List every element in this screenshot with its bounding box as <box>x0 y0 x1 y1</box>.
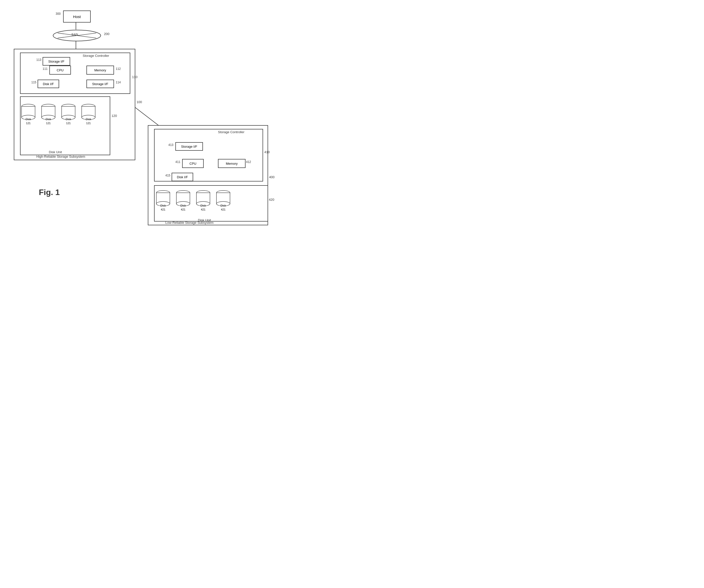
storage-if-top-high-ref: 113 <box>36 58 41 62</box>
disk-high-4-label: Disk <box>86 118 91 121</box>
disk-unit-high-ref: 120 <box>112 114 117 118</box>
memory-low: Memory <box>218 159 245 168</box>
disk-if-high-ref: 115 <box>31 81 36 84</box>
storage-if-bottom-high: Storage I/F <box>86 80 114 88</box>
disk-svg-l2 <box>176 190 190 206</box>
cpu-low: CPU <box>182 159 204 168</box>
storage-if-top-high-label: Storage I/F <box>48 60 64 63</box>
disk-unit-low-ref: 420 <box>269 198 274 201</box>
disk-svg-l1 <box>156 190 170 206</box>
disk-svg-h3 <box>61 104 76 120</box>
disk-high-2-label: Disk <box>46 118 51 121</box>
disk-svg-h1 <box>21 104 36 120</box>
san-ref: 200 <box>104 32 110 36</box>
storage-if-top-low-label: Storage I/F <box>181 145 197 148</box>
disk-unit-low <box>154 185 268 221</box>
disk-low-4-ref: 421 <box>221 208 226 211</box>
storage-if-bottom-high-ref: 114 <box>116 81 121 84</box>
disk-if-low-label: Disk I/F <box>177 175 188 179</box>
disk-if-high: Disk I/F <box>38 80 59 88</box>
disk-low-1-ref: 421 <box>161 208 165 211</box>
disk-low-3-ref: 421 <box>201 208 206 211</box>
storage-if-bottom-high-label: Storage I/F <box>92 82 108 86</box>
disk-high-2: Disk 121 <box>41 104 56 125</box>
disk-low-2-label: Disk <box>180 204 186 207</box>
cpu-high: CPU <box>49 66 71 75</box>
disk-low-2-ref: 421 <box>181 208 185 211</box>
sc-low-label: Storage Controller <box>218 130 244 134</box>
disk-high-2-ref: 121 <box>46 122 51 125</box>
storage-if-top-high: Storage I/F <box>43 57 70 66</box>
host-box: Host <box>63 10 91 22</box>
disk-svg-l4 <box>216 190 231 206</box>
disk-if-low-ref: 415 <box>165 174 170 177</box>
high-reliable-ref: 100 <box>136 100 142 104</box>
host-label: Host <box>73 14 81 19</box>
disk-high-1-label: Disk <box>25 118 31 121</box>
disk-high-3-ref: 121 <box>66 122 71 125</box>
disk-low-2: Disk 421 <box>176 190 190 211</box>
disk-high-1: Disk 121 <box>21 104 36 125</box>
disk-high-4: Disk 121 <box>81 104 96 125</box>
storage-if-top-low-ref: 413 <box>168 143 173 147</box>
storage-if-top-low: Storage I/F <box>175 142 203 151</box>
disk-svg-h2 <box>41 104 56 120</box>
cpu-low-ref: 411 <box>175 160 180 164</box>
disk-if-low: Disk I/F <box>172 173 193 181</box>
host-ref: 300 <box>56 12 61 15</box>
disk-high-3: Disk 121 <box>61 104 76 125</box>
memory-high-ref: 112 <box>116 67 121 71</box>
storage-controller-low <box>154 129 263 182</box>
cpu-low-label: CPU <box>189 162 196 166</box>
disk-svg-h4 <box>81 104 96 120</box>
disk-low-4: Disk 421 <box>216 190 231 211</box>
disk-unit-low-label: Disk Unit <box>198 218 211 222</box>
sc-low-ref: 410 <box>264 150 270 154</box>
memory-high: Memory <box>86 66 114 75</box>
cpu-high-ref: 111 <box>43 67 48 71</box>
sc-high-ref: 110 <box>132 75 137 79</box>
high-reliable-label: High-Reliable Storage Subsystem <box>36 155 85 158</box>
san-container: SAN <box>53 29 102 42</box>
memory-low-label: Memory <box>226 162 238 166</box>
disk-low-1: Disk 421 <box>156 190 170 211</box>
disk-low-1-label: Disk <box>160 204 166 207</box>
cpu-high-label: CPU <box>57 68 63 72</box>
sc-high-label: Storage Controller <box>83 54 109 58</box>
diagram: Host 300 SAN 200 High-Reliable Storage S… <box>0 0 276 230</box>
disk-high-3-label: Disk <box>66 118 71 121</box>
memory-high-label: Memory <box>95 68 106 72</box>
disk-high-4-ref: 121 <box>86 122 91 125</box>
san-label: SAN <box>71 32 78 36</box>
disk-low-4-label: Disk <box>221 204 226 207</box>
disk-low-3: Disk 421 <box>196 190 211 211</box>
disk-unit-high-label: Disk Unit <box>49 150 62 154</box>
memory-low-ref: 412 <box>246 160 251 164</box>
disk-if-high-label: Disk I/F <box>43 82 54 86</box>
disk-svg-l3 <box>196 190 211 206</box>
figure-label: Fig. 1 <box>39 188 60 197</box>
disk-low-3-label: Disk <box>200 204 206 207</box>
low-reliable-ref: 400 <box>269 175 275 179</box>
disk-high-1-ref: 121 <box>26 122 31 125</box>
